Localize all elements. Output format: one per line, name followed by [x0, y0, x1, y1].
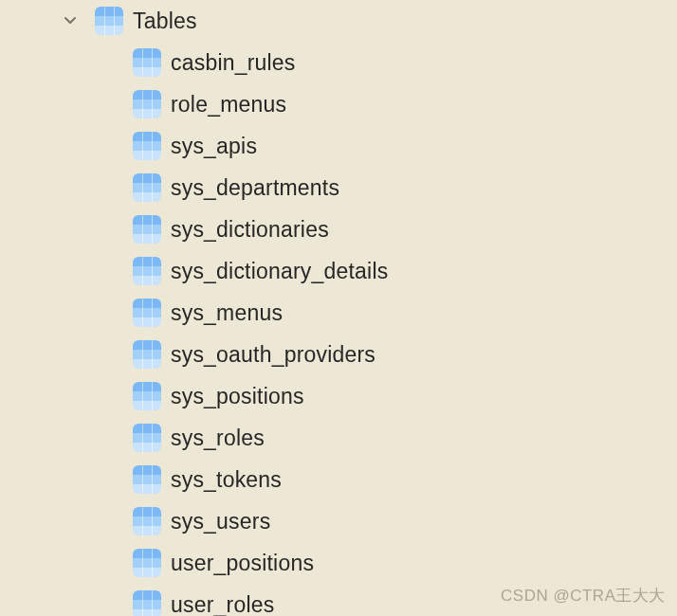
tree-item[interactable]: casbin_rules: [0, 42, 677, 83]
tree-item-label: role_menus: [171, 92, 286, 118]
table-icon: [133, 424, 161, 452]
table-icon: [133, 215, 161, 244]
tree-item-label: sys_dictionary_details: [171, 259, 388, 284]
table-icon: [133, 48, 161, 77]
tree-item-label: sys_oauth_providers: [171, 342, 375, 368]
tree-item[interactable]: sys_dictionaries: [0, 208, 677, 250]
tree-item[interactable]: sys_apis: [0, 125, 677, 167]
tree-item[interactable]: user_positions: [0, 542, 677, 584]
tree-item-label: user_positions: [171, 551, 314, 576]
table-icon: [133, 173, 161, 202]
table-icon: [133, 299, 161, 327]
tree-item-label: sys_apis: [171, 134, 257, 159]
tree-item-label: sys_users: [171, 509, 270, 534]
tree-item-label: sys_dictionaries: [171, 217, 329, 243]
table-icon: [133, 549, 161, 577]
tree-item[interactable]: role_menus: [0, 83, 677, 125]
tree-item-label: sys_roles: [171, 426, 265, 451]
tree-item[interactable]: sys_positions: [0, 375, 677, 417]
tree-item-label: sys_tokens: [171, 467, 282, 493]
tree-item-label: casbin_rules: [171, 50, 296, 76]
tree-parent-label: Tables: [133, 9, 197, 34]
tree-item[interactable]: sys_oauth_providers: [0, 334, 677, 375]
table-icon: [133, 132, 161, 160]
table-icon: [133, 507, 161, 535]
tree-item[interactable]: sys_tokens: [0, 459, 677, 500]
table-icon: [133, 257, 161, 285]
tree-item[interactable]: sys_departments: [0, 167, 677, 208]
tree-item-label: sys_positions: [171, 384, 304, 409]
table-icon: [133, 590, 161, 616]
tree-parent-tables[interactable]: Tables: [0, 0, 677, 42]
table-icon: [133, 382, 161, 410]
watermark: CSDN @CTRA王大大: [501, 585, 666, 607]
table-icon: [133, 340, 161, 369]
tree-item[interactable]: sys_users: [0, 500, 677, 542]
table-icon: [95, 7, 123, 35]
tree-item[interactable]: sys_dictionary_details: [0, 250, 677, 292]
table-icon: [133, 465, 161, 494]
table-icon: [133, 90, 161, 118]
tree-view: Tables casbin_rules role_menus sys_apis …: [0, 0, 677, 616]
tree-item-label: sys_departments: [171, 175, 339, 201]
tree-item[interactable]: sys_menus: [0, 292, 677, 334]
tree-item-label: sys_menus: [171, 300, 283, 326]
chevron-down-icon[interactable]: [59, 9, 82, 32]
tree-item-label: user_roles: [171, 592, 274, 617]
tree-item[interactable]: sys_roles: [0, 417, 677, 459]
